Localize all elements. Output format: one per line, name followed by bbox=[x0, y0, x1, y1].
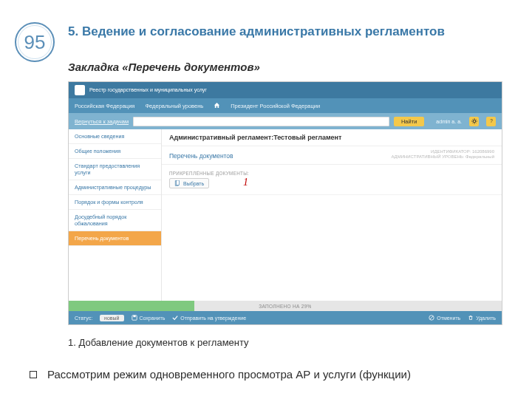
save-icon bbox=[132, 315, 137, 321]
bullet-text: Рассмотрим режим одновременного просмотр… bbox=[47, 368, 411, 381]
sidebar-item[interactable]: Общие положения bbox=[69, 144, 161, 159]
admin-level: АДМИНИСТРАТИВНЫЙ УРОВЕНЬ: Федеральный bbox=[391, 154, 494, 160]
status-label: Статус: bbox=[75, 316, 92, 321]
top-nav: Российская Федерация Федеральный уровень… bbox=[69, 98, 502, 113]
meta-info: ИДЕНТИФИКАТОР: 162086990 АДМИНИСТРАТИВНЫ… bbox=[391, 149, 494, 160]
svg-rect-5 bbox=[133, 316, 135, 317]
sidebar-item[interactable]: Стандарт предоставления услуги bbox=[69, 159, 161, 180]
file-icon bbox=[174, 180, 180, 186]
section-subheading: Закладка «Перечень документов» bbox=[68, 61, 502, 73]
back-link[interactable]: Вернуться к задачам bbox=[75, 118, 129, 125]
search-input[interactable] bbox=[133, 117, 389, 126]
attachments-label: ПРИКРЕПЛЁННЫЕ ДОКУМЕНТЫ: bbox=[169, 171, 494, 176]
main-panel: Административный регламент:Тестовый регл… bbox=[162, 129, 502, 301]
footer-bar: Статус: новый Сохранить Отправить на утв… bbox=[69, 311, 502, 324]
trash-icon bbox=[468, 315, 474, 321]
app-screenshot: Реестр государственных и муниципальных у… bbox=[68, 81, 502, 325]
page-number: 95 bbox=[15, 22, 55, 62]
sidebar-item[interactable]: Досудебный порядок обжалования bbox=[69, 210, 161, 231]
level-label[interactable]: Федеральный уровень bbox=[145, 103, 203, 109]
tab-title: Перечень документов bbox=[169, 152, 233, 160]
main-header: Административный регламент:Тестовый регл… bbox=[162, 129, 502, 146]
choose-file-button[interactable]: Выбрать bbox=[169, 178, 209, 188]
home-icon bbox=[214, 102, 220, 110]
progress-bar: ЗАПОЛНЕНО НА 29% bbox=[69, 301, 502, 311]
save-button[interactable]: Сохранить bbox=[132, 315, 166, 321]
regulation-title: Административный регламент:Тестовый регл… bbox=[169, 134, 494, 141]
settings-icon[interactable] bbox=[469, 117, 479, 126]
search-bar: Вернуться к задачам Найти admin a. a. ? bbox=[69, 113, 502, 129]
bullet-marker bbox=[30, 371, 37, 378]
cancel-icon bbox=[429, 315, 434, 321]
region-label[interactable]: Российская Федерация bbox=[75, 103, 134, 109]
find-button[interactable]: Найти bbox=[394, 117, 424, 126]
bullet-item: Рассмотрим режим одновременного просмотр… bbox=[30, 368, 510, 381]
progress-text: ЗАПОЛНЕНО НА 29% bbox=[69, 301, 502, 311]
svg-point-0 bbox=[473, 120, 476, 123]
section-heading: 5. Ведение и согласование административн… bbox=[68, 24, 502, 40]
sidebar-item[interactable]: Административные процедуры bbox=[69, 180, 161, 195]
sidebar: Основные сведения Общие положения Станда… bbox=[69, 129, 162, 301]
svg-rect-3 bbox=[176, 180, 179, 185]
identifier: ИДЕНТИФИКАТОР: 162086990 bbox=[391, 149, 494, 154]
sidebar-item[interactable]: Основные сведения bbox=[69, 129, 161, 144]
brand-logo bbox=[75, 85, 85, 95]
sidebar-item[interactable]: Порядок и формы контроля bbox=[69, 195, 161, 210]
brand-bar: Реестр государственных и муниципальных у… bbox=[69, 82, 502, 98]
svg-line-7 bbox=[430, 316, 433, 319]
submit-button[interactable]: Отправить на утверждение bbox=[172, 315, 246, 321]
help-icon[interactable]: ? bbox=[486, 117, 496, 126]
callout-1: 1 bbox=[243, 177, 248, 188]
caption-1: 1. Добавление документов к регламенту bbox=[68, 337, 249, 348]
page-number-badge: 95 bbox=[15, 22, 55, 62]
svg-text:?: ? bbox=[490, 118, 493, 123]
attachments-block: ПРИКРЕПЛЁННЫЕ ДОКУМЕНТЫ: Выбрать bbox=[162, 165, 502, 195]
president-label[interactable]: Президент Российской Федерации bbox=[231, 103, 320, 109]
cancel-button[interactable]: Отменить bbox=[429, 315, 460, 321]
check-icon bbox=[172, 315, 178, 321]
delete-button[interactable]: Удалить bbox=[468, 315, 496, 321]
brand-text: Реестр государственных и муниципальных у… bbox=[89, 87, 207, 93]
sidebar-item-active[interactable]: Перечень документов bbox=[69, 231, 161, 246]
status-value: новый bbox=[100, 315, 123, 321]
choose-file-label: Выбрать bbox=[183, 181, 204, 186]
user-label: admin a. a. bbox=[436, 119, 462, 124]
